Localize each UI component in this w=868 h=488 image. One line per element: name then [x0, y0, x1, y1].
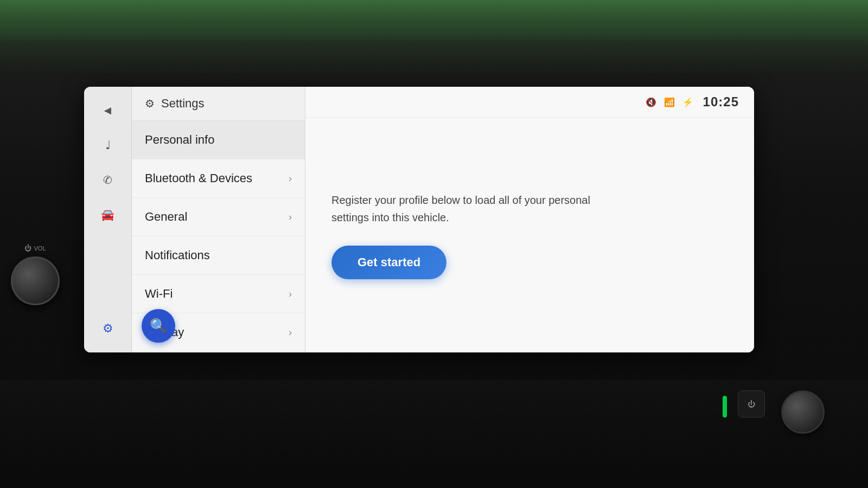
menu-item-label-personal-info: Personal info: [145, 133, 214, 147]
menu-item-label-general: General: [145, 210, 187, 224]
menu-item-notifications[interactable]: Notifications: [132, 236, 305, 275]
content-header: 🔇 📶 ⚡ 10:25: [305, 87, 754, 118]
bottom-controls-group: [781, 390, 825, 434]
vol-label: ⏻ VOL: [24, 244, 46, 252]
vol-knob[interactable]: [11, 256, 60, 305]
get-started-button[interactable]: Get started: [331, 246, 446, 279]
sidebar-nav: ◄ ♩ ✆ 🚘 ⚙: [84, 87, 132, 352]
menu-item-personal-info[interactable]: Personal info: [132, 121, 305, 159]
menu-item-wifi[interactable]: Wi-Fi ›: [132, 275, 305, 313]
bottom-bar: ⏻: [0, 380, 868, 488]
menu-item-label-wifi: Wi-Fi: [145, 287, 173, 301]
profile-description: Register your profile below to load all …: [331, 191, 635, 226]
sidebar-item-navigation[interactable]: ◄: [93, 95, 123, 126]
phone-icon: ✆: [103, 174, 112, 187]
vol-control-area: ⏻ VOL: [11, 244, 60, 305]
music-icon: ♩: [105, 138, 111, 152]
settings-header: ⚙ Settings: [132, 87, 305, 121]
chevron-right-icon: ›: [289, 173, 292, 184]
sidebar-item-phone[interactable]: ✆: [93, 165, 123, 195]
menu-item-label-bluetooth: Bluetooth & Devices: [145, 171, 252, 185]
sidebar-item-music[interactable]: ♩: [93, 130, 123, 160]
settings-panel-wrapper: ⚙ Settings Personal info Bluetooth & Dev…: [132, 87, 305, 352]
green-indicator: [723, 396, 727, 418]
car-icon: 🚘: [101, 208, 114, 221]
status-icons: 🔇 📶 ⚡: [646, 97, 693, 107]
bluetooth-status-icon: ⚡: [682, 97, 693, 107]
settings-icon: ⚙: [103, 322, 113, 336]
settings-header-icon: ⚙: [145, 97, 155, 110]
search-fab-button[interactable]: 🔍: [142, 309, 175, 343]
bottom-control-1[interactable]: ⏻: [738, 390, 765, 418]
search-icon: 🔍: [150, 318, 167, 335]
chevron-right-icon-4: ›: [289, 327, 292, 338]
bottom-knob[interactable]: [781, 390, 825, 434]
chevron-right-icon-3: ›: [289, 288, 292, 300]
content-body: Register your profile below to load all …: [305, 118, 754, 352]
sound-status-icon: 🔇: [646, 97, 656, 107]
chevron-right-icon-2: ›: [289, 211, 292, 223]
sidebar-item-car[interactable]: 🚘: [93, 200, 123, 230]
content-area: 🔇 📶 ⚡ 10:25 Register your profile below …: [305, 87, 754, 352]
sidebar-item-settings[interactable]: ⚙: [93, 313, 123, 344]
menu-item-bluetooth[interactable]: Bluetooth & Devices ›: [132, 159, 305, 198]
menu-item-label-notifications: Notifications: [145, 248, 210, 262]
menu-item-general[interactable]: General ›: [132, 198, 305, 236]
time-display: 10:25: [703, 94, 739, 110]
settings-header-title: Settings: [161, 97, 205, 111]
wifi-status-icon: 📶: [664, 97, 675, 107]
infotainment-screen: ◄ ♩ ✆ 🚘 ⚙ ⚙ Settings Personal info: [84, 87, 754, 352]
navigation-icon: ◄: [102, 104, 114, 118]
